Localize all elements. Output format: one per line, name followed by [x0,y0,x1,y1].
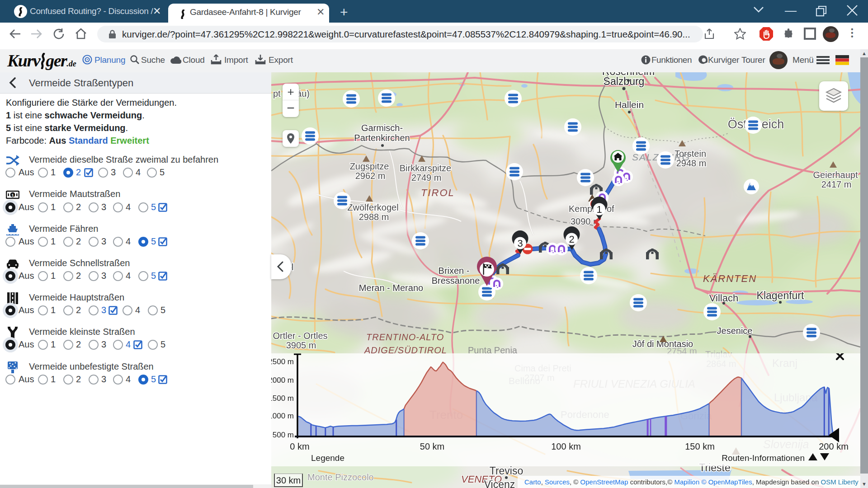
svg-text:1500 m: 1500 m [271,394,294,403]
svg-text:1: 1 [596,204,602,215]
svg-text:3905 m: 3905 m [286,340,316,350]
svg-text:TRENTINO-ALTO: TRENTINO-ALTO [366,332,444,342]
svg-text:Bressanone: Bressanone [432,276,480,286]
svg-text:Geierhaupt: Geierhaupt [813,170,858,180]
svg-text:1: 1 [11,193,14,197]
svg-text:Hallein: Hallein [615,99,644,110]
svg-text:500 m: 500 m [273,431,294,439]
svg-text:Birkkarspitze: Birkkarspitze [400,163,451,173]
svg-text:150 km: 150 km [685,441,715,451]
svg-text:of: of [607,204,614,214]
svg-text:2500 m: 2500 m [271,357,294,366]
svg-text:pt: pt [273,89,281,99]
svg-text:Routen-Informationen: Routen-Informationen [722,453,805,463]
svg-text:Zwölferkogel: Zwölferkogel [347,202,398,212]
svg-text:Legende: Legende [311,453,344,463]
svg-text:3: 3 [517,238,523,249]
svg-text:Salzburg: Salzburg [604,75,645,87]
svg-text:Ortler - Ortles: Ortler - Ortles [273,331,327,341]
svg-text:Partenkirchen: Partenkirchen [354,133,410,143]
svg-text:100 km: 100 km [551,441,581,451]
svg-text:Klagenfurt: Klagenfurt [757,290,804,301]
svg-text:2417 m: 2417 m [821,179,852,189]
svg-text:2988 m: 2988 m [359,212,389,222]
svg-text:KÄRNTEN: KÄRNTEN [703,273,757,284]
svg-text:2000 m: 2000 m [271,376,294,385]
svg-text:2: 2 [569,234,574,245]
svg-text:Garmisch-: Garmisch- [361,123,403,133]
svg-text:Zugspitze: Zugspitze [350,161,389,171]
svg-text:TIROL: TIROL [421,187,455,198]
svg-text:1000 m: 1000 m [271,412,294,420]
svg-text:200 km: 200 km [819,441,849,451]
svg-text:Meran - Merano: Meran - Merano [359,283,423,293]
svg-text:50 km: 50 km [420,441,444,451]
svg-text:Brixen -: Brixen - [439,266,470,276]
svg-text:Jesenice: Jesenice [717,326,753,336]
svg-text:2962 m: 2962 m [355,171,386,181]
svg-text:3090 r: 3090 r [571,216,596,226]
svg-text:0 km: 0 km [290,441,309,451]
svg-text:2749 m: 2749 m [411,173,442,183]
